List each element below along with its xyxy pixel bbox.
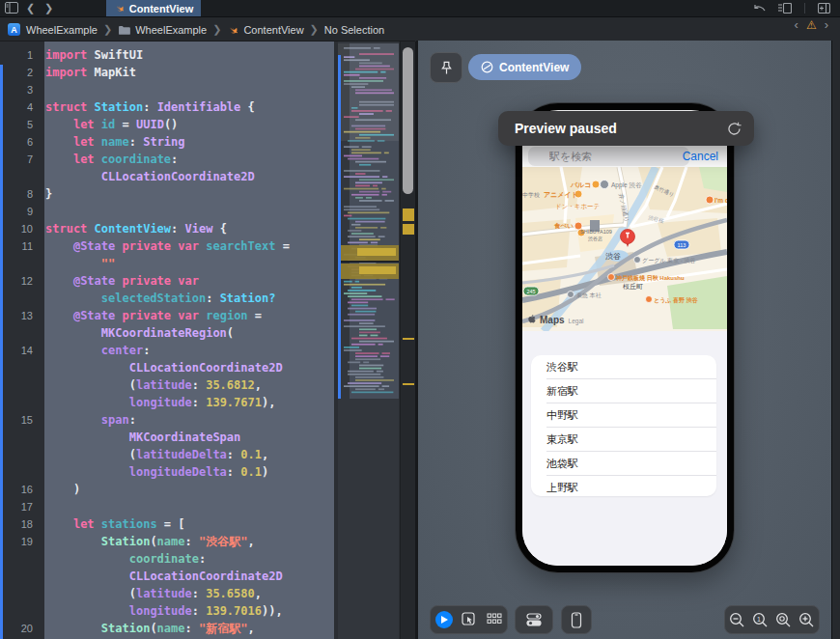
code-row[interactable]: ""	[0, 255, 334, 272]
code-row[interactable]: MKCoordinateRegion(	[0, 324, 334, 342]
code-row[interactable]: 5 let id = UUID()	[0, 116, 334, 133]
code-review-icon[interactable]	[753, 3, 766, 14]
code-row[interactable]: CLLocationCoordinate2D	[0, 568, 334, 585]
tab-contentview[interactable]: ContentView	[106, 0, 201, 16]
editor-options-icon[interactable]	[778, 3, 792, 14]
breadcrumb-group[interactable]: WheelExample	[118, 24, 207, 36]
forward-chevron-icon[interactable]: ❯	[44, 2, 53, 14]
line-number: 19	[0, 533, 33, 550]
line-number: 12	[0, 272, 33, 290]
zoom-100-button[interactable]: 1	[752, 612, 769, 628]
code-row[interactable]: 19 Station(name: "渋谷駅",	[0, 533, 334, 550]
pin-preview-button[interactable]	[430, 52, 462, 83]
code-row[interactable]: 16 )	[0, 481, 334, 498]
code-rows[interactable]: 1import SwiftUI2import MapKit34struct St…	[0, 46, 334, 637]
station-list: 渋谷駅新宿駅中野駅東京駅池袋駅上野駅	[531, 355, 716, 496]
code-row[interactable]: longitudeDelta: 0.1)	[0, 463, 334, 481]
back-chevron-icon[interactable]: ❮	[26, 2, 35, 14]
line-number	[0, 463, 33, 481]
code-row[interactable]: 13 @State private var region =	[0, 307, 334, 324]
warning-icon[interactable]: ⚠	[806, 19, 817, 31]
code-row[interactable]: 7 let coordinate:	[0, 151, 334, 168]
editor-layout-icon[interactable]	[5, 2, 18, 14]
zoom-out-button[interactable]	[729, 612, 745, 628]
tab-bar-actions	[753, 0, 830, 16]
code-row[interactable]: coordinate:	[0, 550, 334, 568]
line-number: 14	[0, 342, 33, 359]
preview-target-pill[interactable]: ContentView	[468, 54, 581, 80]
station-row[interactable]: 渋谷駅	[531, 355, 716, 378]
code-row[interactable]: 18 let stations = [	[0, 515, 334, 533]
live-preview-button[interactable]	[435, 611, 453, 628]
code-row[interactable]: 4struct Station: Identifiable {	[0, 98, 334, 116]
line-number: 2	[0, 64, 33, 81]
breadcrumb-label: WheelExample	[26, 24, 98, 36]
code-row[interactable]: (latitude: 35.6812,	[0, 376, 334, 394]
code-editor[interactable]: 1import SwiftUI2import MapKit34struct St…	[0, 41, 415, 639]
code-row[interactable]: 20 Station(name: "新宿駅",	[0, 620, 334, 637]
code-row[interactable]: CLLocationCoordinate2D	[0, 359, 334, 376]
previous-issue-icon[interactable]: ‹	[795, 18, 798, 31]
preview-canvas: ContentView Preview paused Cancel	[416, 41, 834, 639]
station-row[interactable]: 上野駅	[546, 475, 716, 496]
code-row[interactable]: (latitudeDelta: 0.1,	[0, 446, 334, 463]
code-row[interactable]: 1import SwiftUI	[0, 46, 334, 64]
tab-bar: ❮ ❯ ContentView	[0, 0, 840, 16]
line-number: 18	[0, 515, 33, 533]
station-row[interactable]: 新宿駅	[546, 378, 716, 403]
station-row[interactable]: 中野駅	[546, 403, 716, 427]
device-settings-button[interactable]	[525, 612, 543, 627]
zoom-fit-button[interactable]	[775, 612, 792, 628]
maps-logo-text: Maps	[540, 315, 565, 325]
svg-text:1: 1	[757, 615, 761, 622]
selectable-mode-button[interactable]	[462, 612, 477, 627]
map-view[interactable]: パルコApple 渋谷中学校アニメイトドン・キホーテ井ノ頭通り奥竹通りI'm d…	[522, 167, 727, 331]
code-row[interactable]: 9	[0, 203, 334, 220]
next-issue-icon[interactable]: ›	[825, 18, 828, 31]
code-row[interactable]: CLLocationCoordinate2D	[0, 168, 334, 185]
station-search-input[interactable]	[528, 147, 689, 166]
station-row[interactable]: 東京駅	[546, 427, 716, 451]
code-row[interactable]: 15 span:	[0, 411, 334, 429]
paused-circle-icon	[481, 61, 493, 73]
code-row[interactable]: 6 let name: String	[0, 133, 334, 151]
station-row[interactable]: 池袋駅	[546, 451, 716, 475]
breadcrumb-selection[interactable]: No Selection	[324, 24, 384, 36]
device-button[interactable]	[571, 612, 582, 628]
breadcrumb-project[interactable]: WheelExample	[26, 24, 98, 36]
iphone-screen: Cancel	[522, 110, 727, 566]
breadcrumb-label: WheelExample	[135, 24, 207, 36]
code-row[interactable]: 12 @State private var	[0, 272, 334, 290]
code-row[interactable]: 10struct ContentView: View {	[0, 220, 334, 237]
line-number	[0, 585, 33, 602]
line-number	[0, 550, 33, 568]
minimap[interactable]	[338, 42, 399, 639]
iphone-preview-device: Cancel	[516, 103, 734, 572]
cancel-button[interactable]: Cancel	[683, 150, 718, 163]
maps-legal-link[interactable]: Legal	[569, 318, 584, 324]
code-row[interactable]: 2import MapKit	[0, 64, 334, 81]
scrollbar-find-mark	[403, 224, 414, 235]
variants-mode-button[interactable]	[487, 613, 502, 626]
line-number: 5	[0, 116, 33, 133]
scrollbar-thumb[interactable]	[403, 47, 413, 194]
refresh-icon[interactable]	[727, 122, 742, 136]
code-row[interactable]: 14 center:	[0, 342, 334, 359]
zoom-in-button[interactable]	[798, 612, 815, 628]
breadcrumb-file[interactable]: ContentView	[227, 24, 303, 36]
code-row[interactable]: 3	[0, 81, 334, 98]
code-row[interactable]: 11 @State private var searchText =	[0, 237, 334, 255]
code-row[interactable]: selectedStation: Station?	[0, 290, 334, 307]
code-row[interactable]: MKCoordinateSpan	[0, 429, 334, 446]
toolbar-separator	[804, 3, 805, 14]
code-row[interactable]: 8}	[0, 185, 334, 203]
map-graphic: パルコApple 渋谷中学校アニメイトドン・キホーテ井ノ頭通り奥竹通りI'm d…	[522, 167, 727, 331]
code-row[interactable]: longitude: 139.7671),	[0, 394, 334, 411]
code-row[interactable]: longitude: 139.7016)),	[0, 602, 334, 620]
line-number: 8	[0, 185, 33, 203]
add-editor-icon[interactable]	[818, 3, 830, 14]
code-row[interactable]: (latitude: 35.6580,	[0, 585, 334, 602]
minimap-viewport[interactable]	[338, 43, 399, 141]
editor-scrollbar[interactable]	[400, 42, 415, 639]
code-row[interactable]: 17	[0, 498, 334, 515]
